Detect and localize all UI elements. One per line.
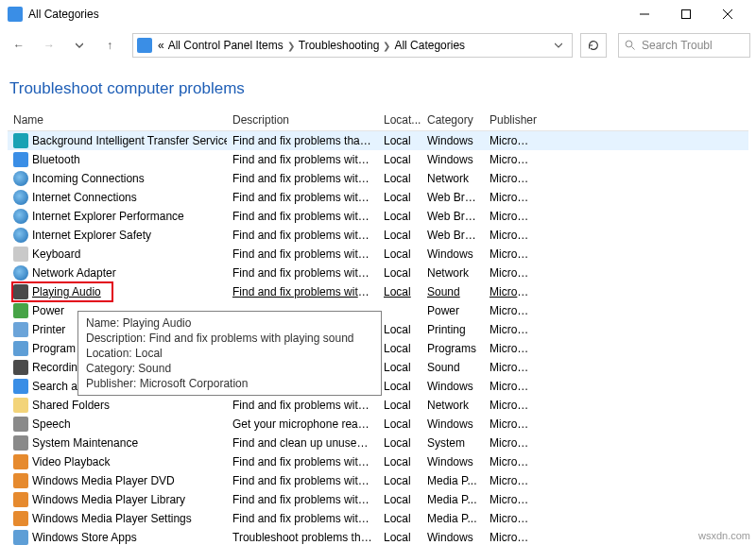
cell-location: Local (378, 265, 421, 281)
cell-description: Find and clean up unused f... (227, 435, 378, 451)
cell-description: Find and fix problems with... (227, 247, 378, 262)
table-row[interactable]: Network AdapterFind and fix problems wit… (8, 264, 748, 282)
breadcrumb-item[interactable]: All Control Panel Items (166, 39, 285, 52)
column-header-description[interactable]: Description (227, 110, 378, 130)
cell-description: Find and fix problems with... (227, 473, 378, 488)
cell-description: Find and fix problems with... (227, 284, 378, 299)
cell-publisher: Microso... (484, 322, 539, 337)
up-button[interactable]: ↑ (96, 32, 123, 59)
cell-publisher: Microso... (484, 454, 539, 469)
cell-category: Network (421, 265, 484, 281)
item-icon (13, 265, 28, 281)
cell-location: Local (378, 454, 421, 469)
item-name: Playing Audio (32, 285, 101, 298)
column-header-name[interactable]: Name (8, 110, 227, 130)
item-icon (13, 133, 28, 148)
table-row[interactable]: Background Intelligent Transfer ServiceF… (8, 131, 748, 150)
cell-name: Internet Explorer Safety (8, 227, 227, 244)
item-icon (13, 228, 28, 243)
table-row[interactable]: Internet Explorer SafetyFind and fix pro… (8, 226, 748, 245)
tooltip-line: Description: Find and fix problems with … (86, 331, 373, 346)
minimize-button[interactable] (624, 0, 665, 28)
table-row[interactable]: Internet ConnectionsFind and fix problem… (8, 188, 748, 207)
cell-name: Windows Media Player Settings (8, 510, 227, 527)
item-name: System Maintenance (32, 436, 138, 450)
item-icon (13, 530, 28, 545)
search-input[interactable]: Search Troubl (618, 33, 750, 58)
cell-location: Local (378, 360, 421, 375)
table-row[interactable]: SpeechGet your microphone read...LocalWi… (8, 415, 748, 434)
cell-name: Internet Connections (8, 189, 227, 206)
cell-description: Find and fix problems with... (227, 492, 378, 507)
cell-location: Local (378, 171, 421, 186)
item-icon (13, 360, 28, 375)
maximize-button[interactable] (665, 0, 707, 28)
refresh-button[interactable] (580, 33, 607, 58)
address-bar[interactable]: « All Control Panel Items ❯ Troubleshoot… (132, 33, 573, 58)
cell-publisher: Microso... (484, 265, 539, 281)
cell-publisher: Microso... (484, 473, 539, 488)
item-icon (13, 435, 28, 451)
cell-name: Speech (8, 416, 227, 433)
table-row[interactable]: Playing AudioFind and fix problems with.… (8, 282, 748, 301)
cell-location: Local (378, 133, 421, 148)
cell-location: Local (378, 473, 421, 488)
address-dropdown-icon[interactable] (549, 39, 568, 52)
cell-publisher: Microso... (484, 284, 539, 299)
item-name: Windows Store Apps (32, 531, 137, 544)
item-name: Windows Media Player Settings (32, 512, 192, 525)
cell-publisher: Microso... (484, 247, 539, 262)
forward-button[interactable]: → (36, 32, 62, 59)
cell-location: Local (378, 228, 421, 243)
table-row[interactable]: Incoming ConnectionsFind and fix problem… (8, 169, 748, 188)
table-row[interactable]: Windows Media Player SettingsFind and fi… (8, 509, 748, 528)
table-row[interactable]: Internet Explorer PerformanceFind and fi… (8, 207, 748, 226)
cell-location: Local (378, 398, 421, 413)
item-name: Network Adapter (32, 266, 116, 280)
item-icon (13, 209, 28, 224)
item-name: Printer (32, 323, 65, 336)
tooltip-line: Category: Sound (86, 361, 373, 376)
cell-name: Windows Store Apps (8, 529, 227, 545)
cell-location: Local (378, 435, 421, 451)
cell-category: Windows (421, 417, 484, 432)
table-row[interactable]: Video PlaybackFind and fix problems with… (8, 452, 748, 471)
item-icon (13, 492, 28, 507)
column-header-publisher[interactable]: Publisher (484, 110, 539, 130)
cell-publisher: Microso... (484, 171, 539, 186)
recent-locations-button[interactable] (66, 32, 93, 59)
tooltip-line: Publisher: Microsoft Corporation (86, 376, 373, 391)
item-name: Shared Folders (32, 399, 110, 412)
table-row[interactable]: System MaintenanceFind and clean up unus… (8, 434, 748, 452)
breadcrumb-item[interactable]: All Categories (392, 39, 467, 52)
cell-location: Local (378, 379, 421, 394)
item-icon (13, 284, 28, 299)
table-row[interactable]: Windows Media Player LibraryFind and fix… (8, 490, 748, 509)
cell-location (378, 310, 421, 312)
item-icon (13, 454, 28, 469)
tooltip: Name: Playing Audio Description: Find an… (77, 311, 382, 396)
item-name: Keyboard (32, 247, 80, 261)
window-title: All Categories (28, 8, 624, 21)
breadcrumb-item[interactable]: Troubleshooting (297, 39, 382, 52)
column-header-category[interactable]: Category (421, 110, 484, 130)
table-row[interactable]: Shared FoldersFind and fix problems with… (8, 396, 748, 415)
cell-description: Find and fix problems with... (227, 228, 378, 243)
item-icon (13, 171, 28, 186)
table-row[interactable]: Windows Media Player DVDFind and fix pro… (8, 471, 748, 490)
item-name: Background Intelligent Transfer Service (32, 134, 227, 147)
highlight-box: Playing Audio (11, 281, 113, 302)
item-name: Windows Media Player Library (32, 493, 185, 506)
column-header-location[interactable]: Locat... (378, 110, 421, 130)
close-button[interactable] (707, 0, 748, 28)
item-name: Recording (32, 361, 84, 374)
svg-rect-1 (682, 10, 691, 19)
cell-publisher: Microso... (484, 379, 539, 394)
table-row[interactable]: Windows Store AppsTroubleshoot problems … (8, 528, 748, 545)
cell-description: Get your microphone read... (227, 417, 378, 432)
cell-location: Local (378, 247, 421, 262)
cell-category: Programs (421, 341, 484, 356)
back-button[interactable]: ← (6, 32, 32, 59)
table-row[interactable]: KeyboardFind and fix problems with...Loc… (8, 245, 748, 264)
table-row[interactable]: BluetoothFind and fix problems with...Lo… (8, 150, 748, 169)
